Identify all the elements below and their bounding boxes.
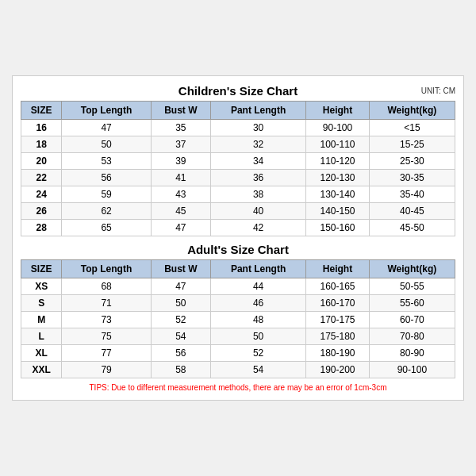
adults-title-row: Adult's Size Chart: [21, 243, 455, 256]
table-row: 24594338130-14035-40: [21, 186, 455, 203]
table-row: 20533934110-12025-30: [21, 153, 455, 170]
adults-table: SIZE Top Length Bust W Pant Length Heigh…: [21, 259, 455, 378]
adults-col-bustw: Bust W: [151, 260, 210, 278]
table-row: 22564136120-13030-35: [21, 170, 455, 186]
table-row: 26624540140-15040-45: [21, 203, 455, 220]
adults-col-size: SIZE: [21, 260, 62, 278]
table-row: XXL795854190-20090-100: [21, 362, 455, 378]
table-row: 1647353090-100<15: [21, 120, 455, 136]
unit-label: UNIT: CM: [421, 86, 455, 95]
table-row: M735248170-17560-70: [21, 312, 455, 328]
table-row: 18503732100-11015-25: [21, 136, 455, 153]
adults-header-row: SIZE Top Length Bust W Pant Length Heigh…: [21, 260, 455, 278]
children-col-weight: Weight(kg): [369, 102, 455, 120]
table-row: XL775652180-19080-90: [21, 345, 455, 362]
children-col-size: SIZE: [21, 102, 62, 120]
tips-text: TIPS: Due to different measurement metho…: [21, 383, 455, 392]
children-table: SIZE Top Length Bust W Pant Length Heigh…: [21, 101, 455, 236]
children-title-row: Children's Size Chart UNIT: CM: [21, 84, 455, 98]
children-col-height: Height: [306, 102, 369, 120]
table-row: S715046160-17055-60: [21, 295, 455, 312]
children-col-toplength: Top Length: [62, 102, 152, 120]
children-title: Children's Size Chart: [178, 84, 298, 98]
adults-col-pantlength: Pant Length: [210, 260, 305, 278]
adults-col-height: Height: [306, 260, 369, 278]
children-col-pantlength: Pant Length: [210, 102, 305, 120]
table-row: XS684744160-16550-55: [21, 278, 455, 295]
adults-col-weight: Weight(kg): [369, 260, 455, 278]
children-header-row: SIZE Top Length Bust W Pant Length Heigh…: [21, 102, 455, 120]
children-col-bustw: Bust W: [151, 102, 210, 120]
adults-title: Adult's Size Chart: [187, 243, 289, 256]
table-row: L755450175-18070-80: [21, 328, 455, 345]
adults-col-toplength: Top Length: [62, 260, 152, 278]
table-row: 28654742150-16045-50: [21, 220, 455, 236]
chart-container: Children's Size Chart UNIT: CM SIZE Top …: [12, 75, 464, 401]
